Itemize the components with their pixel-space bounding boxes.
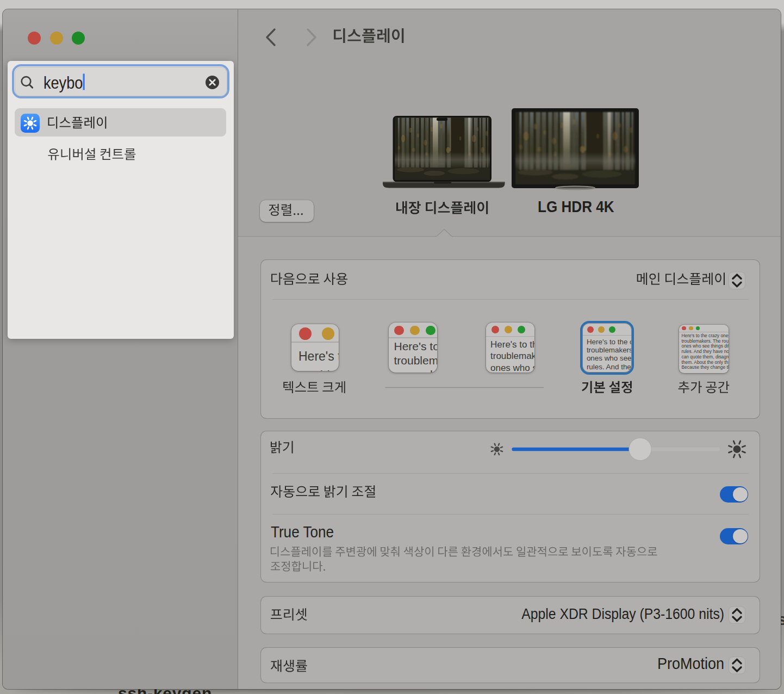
svg-text:LG HDR 4K: LG HDR 4K bbox=[538, 198, 614, 216]
svg-text:keybo: keybo bbox=[43, 73, 83, 92]
svg-text:Apple XDR Display (P3-1600 nit: Apple XDR Display (P3-1600 nits) bbox=[521, 605, 724, 623]
svg-text:ProMotion: ProMotion bbox=[657, 654, 724, 673]
svg-text:True Tone: True Tone bbox=[271, 523, 334, 541]
